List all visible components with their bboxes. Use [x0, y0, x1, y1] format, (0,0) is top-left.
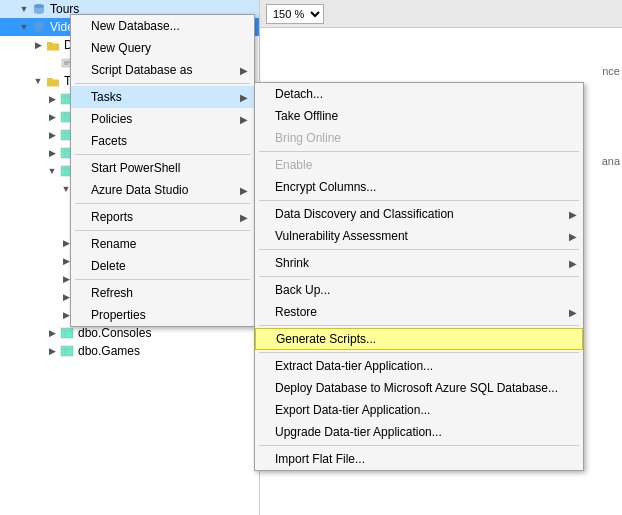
expand-icon-games[interactable]: ▶ [46, 345, 58, 357]
menu-item-new-database[interactable]: New Database... [71, 15, 254, 37]
tasks-item-extract-data-tier[interactable]: Extract Data-tier Application... [255, 355, 583, 377]
tasks-item-vulnerability[interactable]: Vulnerability Assessment▶ [255, 225, 583, 247]
tasks-item-take-offline[interactable]: Take Offline [255, 105, 583, 127]
expand-icon-g[interactable]: ▶ [46, 147, 58, 159]
menu-label-script-database: Script Database as [91, 63, 192, 77]
menu-item-reports[interactable]: Reports▶ [71, 206, 254, 228]
tasks-arrow-data-discovery: ▶ [569, 209, 577, 220]
menu-item-start-powershell[interactable]: Start PowerShell [71, 157, 254, 179]
menu-item-rename[interactable]: Rename [71, 233, 254, 255]
expand-icon-e[interactable]: ▶ [46, 129, 58, 141]
tasks-label-deploy-azure: Deploy Database to Microsoft Azure SQL D… [275, 381, 558, 395]
menu-label-tasks: Tasks [91, 90, 122, 104]
node-icon-db [31, 19, 47, 35]
tasks-item-detach[interactable]: Detach... [255, 83, 583, 105]
separator [259, 352, 579, 353]
separator [75, 203, 250, 204]
right-label-nce: nce [602, 65, 620, 77]
tasks-arrow-restore: ▶ [569, 307, 577, 318]
expand-icon-d[interactable]: ▼ [46, 165, 58, 177]
zoom-select[interactable]: 150 % 100 % 125 % 175 % 200 % [266, 4, 324, 24]
submenu-arrow-azure-data-studio: ▶ [240, 185, 248, 196]
tree-item-games[interactable]: ▶dbo.Games [0, 342, 259, 360]
menu-item-script-database[interactable]: Script Database as▶ [71, 59, 254, 81]
expand-icon-datab1[interactable]: ▶ [32, 39, 44, 51]
tasks-label-shrink: Shrink [275, 256, 309, 270]
svg-rect-26 [61, 328, 73, 338]
menu-item-delete[interactable]: Delete [71, 255, 254, 277]
menu-label-new-database: New Database... [91, 19, 180, 33]
separator [259, 276, 579, 277]
tasks-label-detach: Detach... [275, 87, 323, 101]
menu-label-rename: Rename [91, 237, 136, 251]
tasks-label-extract-data-tier: Extract Data-tier Application... [275, 359, 433, 373]
menu-label-new-query: New Query [91, 41, 151, 55]
separator [259, 200, 579, 201]
tasks-item-enable: Enable [255, 154, 583, 176]
expand-icon-f[interactable]: ▶ [46, 111, 58, 123]
separator [259, 445, 579, 446]
expand-icon-s[interactable]: ▶ [46, 93, 58, 105]
node-icon-table [59, 325, 75, 341]
menu-label-properties: Properties [91, 308, 146, 322]
menu-label-delete: Delete [91, 259, 126, 273]
tasks-item-shrink[interactable]: Shrink▶ [255, 252, 583, 274]
tasks-item-generate-scripts[interactable]: Generate Scripts... [255, 328, 583, 350]
menu-item-refresh[interactable]: Refresh [71, 282, 254, 304]
menu-item-tasks[interactable]: Tasks▶ [71, 86, 254, 108]
tasks-item-import-flat-file[interactable]: Import Flat File... [255, 448, 583, 470]
tree-label-games: dbo.Games [78, 344, 140, 358]
expand-icon-tables[interactable]: ▼ [32, 75, 44, 87]
expand-icon-consoles[interactable]: ▶ [46, 327, 58, 339]
tasks-item-encrypt-columns[interactable]: Encrypt Columns... [255, 176, 583, 198]
tasks-label-import-flat-file: Import Flat File... [275, 452, 365, 466]
separator [259, 249, 579, 250]
tasks-arrow-vulnerability: ▶ [569, 231, 577, 242]
tree-label-consoles: dbo.Consoles [78, 326, 151, 340]
separator [259, 151, 579, 152]
submenu-arrow-reports: ▶ [240, 212, 248, 223]
tasks-label-generate-scripts: Generate Scripts... [276, 332, 376, 346]
node-icon-folder [45, 73, 61, 89]
separator [75, 154, 250, 155]
right-label-ana: ana [602, 155, 620, 167]
context-menu-main: New Database...New QueryScript Database … [70, 14, 255, 327]
tasks-label-vulnerability: Vulnerability Assessment [275, 229, 408, 243]
tasks-label-enable: Enable [275, 158, 312, 172]
expand-icon-videogames[interactable]: ▼ [18, 21, 30, 33]
tasks-label-restore: Restore [275, 305, 317, 319]
tasks-label-take-offline: Take Offline [275, 109, 338, 123]
tasks-label-bring-online: Bring Online [275, 131, 341, 145]
node-icon-folder [45, 37, 61, 53]
expand-icon-tours[interactable]: ▼ [18, 3, 30, 15]
menu-label-start-powershell: Start PowerShell [91, 161, 180, 175]
separator [259, 325, 579, 326]
editor-content: nce ana [260, 28, 622, 44]
node-icon-table [59, 343, 75, 359]
menu-item-properties[interactable]: Properties [71, 304, 254, 326]
menu-label-azure-data-studio: Azure Data Studio [91, 183, 188, 197]
menu-item-policies[interactable]: Policies▶ [71, 108, 254, 130]
separator [75, 279, 250, 280]
tasks-item-bring-online: Bring Online [255, 127, 583, 149]
tasks-item-restore[interactable]: Restore▶ [255, 301, 583, 323]
tasks-arrow-shrink: ▶ [569, 258, 577, 269]
menu-label-reports: Reports [91, 210, 133, 224]
menu-item-new-query[interactable]: New Query [71, 37, 254, 59]
menu-label-refresh: Refresh [91, 286, 133, 300]
menu-item-facets[interactable]: Facets [71, 130, 254, 152]
editor-toolbar: 150 % 100 % 125 % 175 % 200 % [260, 0, 622, 28]
svg-rect-29 [61, 346, 73, 356]
separator [75, 230, 250, 231]
tasks-item-data-discovery[interactable]: Data Discovery and Classification▶ [255, 203, 583, 225]
menu-label-policies: Policies [91, 112, 132, 126]
submenu-arrow-policies: ▶ [240, 114, 248, 125]
tasks-item-export-data-tier[interactable]: Export Data-tier Application... [255, 399, 583, 421]
submenu-arrow-script-database: ▶ [240, 65, 248, 76]
tasks-label-data-discovery: Data Discovery and Classification [275, 207, 454, 221]
tasks-item-backup[interactable]: Back Up... [255, 279, 583, 301]
context-menu-tasks: Detach...Take OfflineBring OnlineEnableE… [254, 82, 584, 471]
tasks-item-upgrade-data-tier[interactable]: Upgrade Data-tier Application... [255, 421, 583, 443]
menu-item-azure-data-studio[interactable]: Azure Data Studio▶ [71, 179, 254, 201]
tasks-item-deploy-azure[interactable]: Deploy Database to Microsoft Azure SQL D… [255, 377, 583, 399]
